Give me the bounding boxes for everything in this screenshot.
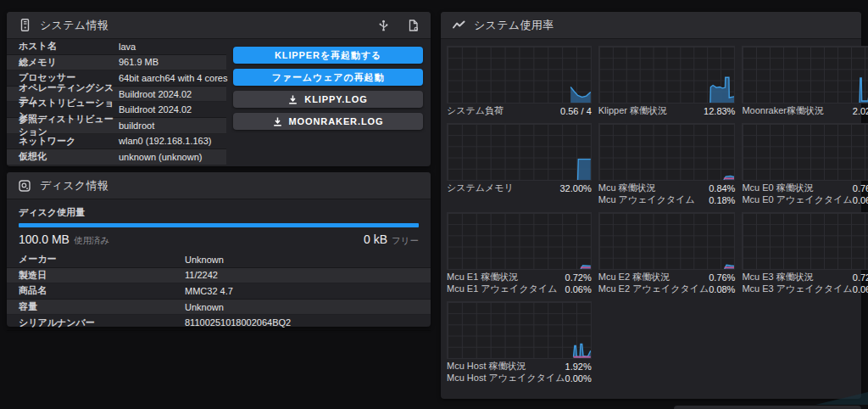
disk-used: 100.0 MB使用済み [19, 232, 109, 247]
moonraker-log-button[interactable]: MOONRAKER.LOG [233, 113, 423, 130]
metric-label: Mcu Host アウェイクタイム [447, 372, 565, 384]
metric-value: 0.76% [709, 272, 735, 283]
metric-line: Mcu E2 アウェイクタイム0.08% [598, 284, 736, 294]
row-label: シリアルナンバー [19, 317, 185, 329]
metric-label: Mcu E1 アウェイクタイム [447, 283, 557, 295]
file-refresh-icon[interactable] [405, 18, 420, 33]
metric-value: 0.56 / 4 [560, 106, 592, 116]
row-label: ネットワーク [19, 135, 119, 148]
desktop-tower-icon [17, 18, 32, 33]
system-info-panel: システム情報 ホスト名lava総メモリ961.9 MBプロセッサー64bit a… [7, 12, 431, 166]
row-label: 商品名 [19, 284, 185, 297]
metric-label: Mcu アウェイクタイム [598, 193, 695, 206]
klipper-load-sparkline [598, 46, 736, 104]
disk-free-suffix: フリー [392, 235, 419, 245]
restart-klipper-button[interactable]: KLIPPERを再起動する [233, 47, 423, 64]
moonraker-load-sparkline [742, 46, 868, 104]
disk-used-suffix: 使用済み [74, 235, 109, 245]
disk-info-title: ディスク情報 [40, 178, 108, 193]
system-actions: KLIPPERを再起動する ファームウェアの再起動 KLIPPY.LOG MOO… [226, 39, 431, 166]
chart-line-icon [451, 18, 466, 33]
system-load-sparkline [447, 46, 592, 104]
firmware-restart-label: ファームウェアの再起動 [272, 71, 385, 84]
row-label: 仮想化 [19, 150, 119, 163]
row-label: ホスト名 [19, 40, 119, 53]
moonraker-log-label: MOONRAKER.LOG [289, 116, 384, 126]
usage-chart-system-memory: システムメモリ32.00% [447, 123, 592, 204]
metric-label: システム負荷 [447, 104, 504, 117]
metric-label: Klipper 稼働状況 [598, 104, 667, 117]
row-value: 961.9 MB [119, 57, 159, 67]
metric-label: Mcu E3 稼働状況 [742, 271, 813, 283]
metric-label: Mcu E0 アウェイクタイム [742, 193, 852, 206]
system-usage-title: システム使用率 [474, 18, 554, 33]
disk-info-panel: ディスク情報 ディスク使用量 100.0 MB使用済み 0 kBフリー メーカー… [7, 172, 431, 327]
system-memory-sparkline [447, 123, 592, 181]
disk-info-table: メーカーUnknown製造日11/2242商品名MMC32 4.7容量Unkno… [7, 252, 431, 331]
usage-chart-mcu: Mcu 稼働状況0.84%Mcu アウェイクタイム0.18% [598, 123, 736, 204]
metric-line: Mcu アウェイクタイム0.18% [598, 195, 736, 204]
metric-line: Mcu 稼働状況0.84% [598, 183, 736, 193]
usage-chart-mcu-e1: Mcu E1 稼働状況0.72%Mcu E1 アウェイクタイム0.06% [447, 212, 592, 294]
metric-label: Mcu 稼働状況 [598, 182, 656, 194]
metric-line: Mcu E0 稼働状況0.76% [742, 183, 868, 193]
mcu-e3-sparkline [742, 212, 868, 270]
row-value: wlan0 (192.168.1.163) [119, 136, 211, 146]
metric-value: 0.84% [709, 183, 735, 193]
table-row: 参照ディストリビューションbuildroot [7, 118, 226, 134]
metric-value: 0.72% [853, 272, 868, 283]
row-value: lava [119, 42, 136, 52]
row-value: 81100251018002064BQ2 [185, 317, 291, 328]
next-panel-top-edge [674, 406, 861, 409]
row-label: 製造日 [19, 269, 185, 282]
metric-value: 12.83% [704, 106, 735, 116]
harddisk-icon [17, 178, 32, 193]
usb-icon[interactable] [376, 18, 391, 33]
row-label: 総メモリ [19, 56, 119, 69]
metric-line: Mcu E3 アウェイクタイム0.06% [742, 284, 868, 294]
row-value: Unknown [185, 255, 224, 265]
mcu-sparkline [598, 123, 736, 181]
table-row: 総メモリ961.9 MB [7, 55, 226, 71]
usage-chart-mcu-e3: Mcu E3 稼働状況0.72%Mcu E3 アウェイクタイム0.06% [742, 212, 868, 294]
row-value: buildroot [119, 120, 154, 131]
disk-info-header: ディスク情報 [7, 172, 431, 199]
disk-usage-values: 100.0 MB使用済み 0 kBフリー [7, 227, 431, 247]
table-row: メーカーUnknown [7, 252, 431, 268]
disk-free: 0 kBフリー [364, 232, 419, 247]
metric-label: Mcu E1 稼働状況 [447, 271, 518, 283]
metric-value: 0.00% [565, 373, 592, 384]
klippy-log-button[interactable]: KLIPPY.LOG [233, 91, 423, 108]
system-usage-panel: システム使用率 システム負荷0.56 / 4Klipper 稼働状況12.83%… [441, 12, 861, 399]
metric-line: Mcu E3 稼働状況0.72% [742, 272, 868, 282]
metric-line: Mcu E2 稼働状況0.76% [598, 272, 736, 282]
metric-value: 32.00% [559, 183, 591, 193]
row-value: 64bit aarch64 with 4 cores [119, 73, 227, 83]
usage-chart-mcu-e2: Mcu E2 稼働状況0.76%Mcu E2 アウェイクタイム0.08% [598, 212, 736, 294]
mcu-e2-sparkline [598, 212, 736, 270]
system-info-header: システム情報 [7, 12, 431, 39]
metric-line: Moonraker稼働状況2.02% [742, 106, 868, 115]
firmware-restart-button[interactable]: ファームウェアの再起動 [233, 69, 423, 86]
metric-value: 0.06% [853, 284, 868, 294]
row-label: メーカー [19, 253, 185, 266]
disk-used-value: 100.0 MB [19, 233, 70, 246]
usage-charts-grid: システム負荷0.56 / 4Klipper 稼働状況12.83%Moonrake… [441, 39, 861, 383]
disk-usage-label: ディスク使用量 [7, 199, 431, 219]
metric-value: 0.18% [709, 195, 735, 205]
metric-line: システム負荷0.56 / 4 [447, 106, 592, 115]
usage-chart-system-load: システム負荷0.56 / 4 [447, 46, 592, 115]
row-value: MMC32 4.7 [185, 286, 233, 296]
metric-value: 0.06% [853, 195, 868, 205]
table-row: ネットワークwlan0 (192.168.1.163) [7, 134, 226, 150]
klippy-log-label: KLIPPY.LOG [304, 94, 367, 104]
usage-chart-mcu-e0: Mcu E0 稼働状況0.76%Mcu E0 アウェイクタイム0.06% [742, 123, 868, 204]
metric-value: 1.92% [565, 361, 592, 372]
metric-label: システムメモリ [447, 182, 514, 194]
row-value: Unknown [185, 302, 224, 312]
metric-line: Klipper 稼働状況12.83% [598, 106, 736, 115]
usage-chart-mcu-host: Mcu Host 稼働状況1.92%Mcu Host アウェイクタイム0.00% [447, 301, 592, 383]
system-usage-header: システム使用率 [441, 12, 861, 39]
usage-chart-klipper-load: Klipper 稼働状況12.83% [598, 46, 736, 115]
metric-line: Mcu Host アウェイクタイム0.00% [447, 373, 592, 383]
